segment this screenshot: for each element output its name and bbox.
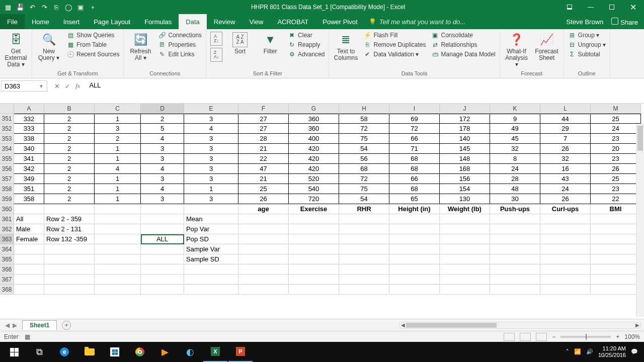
row-header[interactable]: 353	[0, 134, 14, 144]
tellme-search[interactable]: Tell me what you want to do...	[365, 14, 473, 29]
cell[interactable]: 3	[141, 144, 184, 154]
cell[interactable]	[289, 275, 339, 285]
cell[interactable]: 72	[339, 124, 389, 134]
tab-review[interactable]: Review	[207, 14, 243, 29]
whatif-button[interactable]: ❓What-If Analysis ▾	[503, 31, 530, 68]
cell[interactable]: 341	[14, 154, 44, 164]
edit-links-button[interactable]: ✎Edit Links	[157, 50, 203, 58]
cell[interactable]: 3	[141, 194, 184, 204]
cell[interactable]: 2	[44, 154, 95, 164]
cell[interactable]	[95, 244, 141, 254]
cell[interactable]: 520	[289, 174, 339, 184]
redo-icon[interactable]: ↷	[40, 3, 48, 11]
row-header[interactable]: 363	[0, 234, 14, 244]
cell[interactable]: 1	[95, 144, 141, 154]
cell[interactable]	[238, 275, 289, 285]
ungroup-button[interactable]: ⊟Ungroup ▾	[567, 41, 607, 49]
edge-button[interactable]: e	[52, 342, 76, 362]
cell[interactable]	[14, 254, 44, 264]
zoom-slider[interactable]	[560, 336, 611, 338]
column-header[interactable]: G	[289, 104, 339, 114]
row-header[interactable]: 362	[0, 224, 14, 234]
cell[interactable]	[44, 275, 95, 285]
cell[interactable]: 1	[95, 194, 141, 204]
cell[interactable]: 145	[440, 144, 490, 154]
cell[interactable]: 1	[184, 184, 238, 194]
cell[interactable]	[141, 254, 184, 264]
cell[interactable]: 45	[490, 134, 540, 144]
cell[interactable]	[591, 285, 641, 295]
row-header[interactable]: 351	[0, 114, 14, 124]
cell[interactable]: age	[238, 204, 289, 214]
file-explorer-button[interactable]	[77, 342, 102, 362]
zoom-level[interactable]: 100%	[624, 333, 640, 340]
user-name[interactable]: Steve Brown	[567, 18, 604, 26]
cell[interactable]: Curl-ups	[540, 204, 591, 214]
cell[interactable]: 2	[44, 174, 95, 184]
fx-icon[interactable]: fx	[75, 82, 80, 90]
sort-za-button[interactable]: ZA↓	[209, 47, 223, 62]
cell[interactable]	[490, 214, 540, 224]
cell[interactable]	[339, 264, 389, 275]
column-header[interactable]: F	[238, 104, 289, 114]
cell[interactable]: 22	[591, 194, 641, 204]
cell[interactable]: 4	[141, 184, 184, 194]
sort-az-button[interactable]: AZ↓	[209, 31, 223, 46]
data-validation-button[interactable]: ✔Data Validation ▾	[362, 50, 427, 58]
cell[interactable]	[490, 285, 540, 295]
tab-home[interactable]: Home	[25, 14, 56, 29]
cell[interactable]	[540, 285, 591, 295]
cell[interactable]: 27	[238, 114, 289, 124]
cell[interactable]: 75	[339, 184, 389, 194]
cell[interactable]	[440, 214, 490, 224]
cell[interactable]	[141, 204, 184, 214]
cell[interactable]	[591, 244, 641, 254]
sheet-nav-prev-icon[interactable]: ◀	[5, 322, 10, 329]
column-header[interactable]: C	[95, 104, 141, 114]
cell[interactable]	[440, 275, 490, 285]
cell[interactable]: 20	[591, 144, 641, 154]
cell[interactable]: 9	[490, 114, 540, 124]
cell[interactable]: Weight (lb)	[440, 204, 490, 214]
cell[interactable]: 25	[591, 114, 641, 124]
cell[interactable]: 43	[540, 174, 591, 184]
cell[interactable]: 75	[339, 134, 389, 144]
cell[interactable]	[440, 234, 490, 244]
row-header[interactable]: 357	[0, 174, 14, 184]
media-button[interactable]: ▶	[153, 342, 177, 362]
cell[interactable]: 2	[44, 184, 95, 194]
cell[interactable]: 420	[289, 164, 339, 174]
cell[interactable]	[289, 264, 339, 275]
cell[interactable]	[289, 254, 339, 264]
clear-button[interactable]: ✖Clear	[287, 31, 326, 39]
cell[interactable]	[540, 275, 591, 285]
cell[interactable]	[141, 244, 184, 254]
cell[interactable]	[184, 204, 238, 214]
cell[interactable]: 54	[339, 144, 389, 154]
relationships-button[interactable]: ⇄Relationships	[430, 41, 497, 49]
cell[interactable]	[540, 244, 591, 254]
cell[interactable]	[540, 224, 591, 234]
cell[interactable]	[184, 285, 238, 295]
cell[interactable]: 3	[184, 164, 238, 174]
cell[interactable]: 4	[95, 164, 141, 174]
cell[interactable]	[44, 264, 95, 275]
ribbon-display-icon[interactable]	[559, 0, 580, 14]
cell[interactable]: Female	[14, 234, 44, 244]
zoom-out-button[interactable]: −	[552, 333, 555, 340]
excel-taskbar-button[interactable]: X	[203, 342, 227, 362]
cell[interactable]: 66	[389, 174, 440, 184]
cell[interactable]: Push-ups	[490, 204, 540, 214]
cell[interactable]	[14, 204, 44, 214]
get-external-data-button[interactable]: 🗄Get External Data ▾	[3, 31, 29, 68]
qat-icon-2[interactable]: ◯	[64, 3, 72, 11]
cell[interactable]: 48	[490, 184, 540, 194]
cell[interactable]: 3	[141, 174, 184, 184]
cell[interactable]: 58	[339, 114, 389, 124]
macro-record-icon[interactable]: ▦	[25, 333, 30, 340]
cell[interactable]: 338	[14, 134, 44, 144]
cell[interactable]	[339, 275, 389, 285]
cell[interactable]: 2	[44, 144, 95, 154]
tab-pagelayout[interactable]: Page Layout	[87, 14, 137, 29]
cell[interactable]	[490, 264, 540, 275]
